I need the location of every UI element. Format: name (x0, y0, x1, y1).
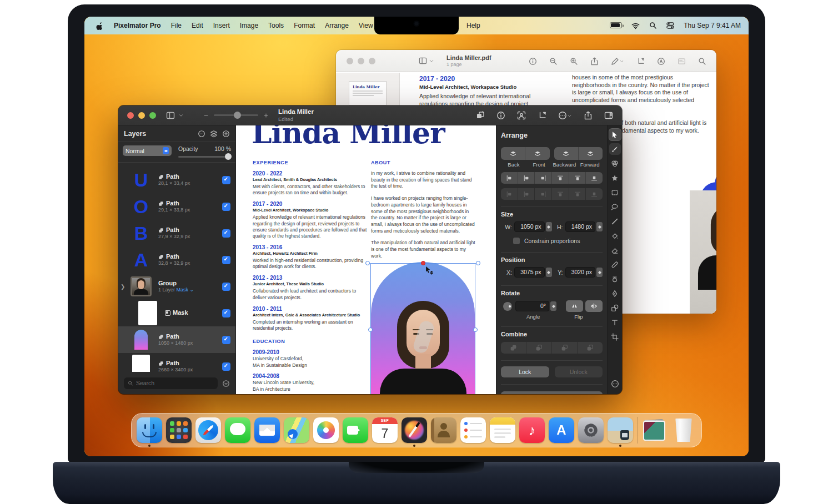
layer-row[interactable]: Path2660 × 3400 px (118, 353, 235, 372)
dock-safari[interactable] (195, 417, 221, 443)
align-bottom-button[interactable] (586, 172, 603, 184)
layer-visibility-checkbox[interactable] (222, 362, 230, 371)
shape-tool[interactable] (609, 302, 621, 314)
menu-file[interactable]: File (171, 22, 182, 29)
dock-calendar[interactable]: SEP7 (372, 417, 398, 443)
menu-format[interactable]: Format (294, 22, 315, 29)
selected-arch-shape[interactable] (371, 262, 475, 394)
zoom-button[interactable] (369, 58, 375, 64)
dock-photos[interactable] (313, 417, 339, 443)
type-tool[interactable] (609, 316, 621, 328)
info-icon[interactable] (496, 110, 505, 120)
free-select-tool[interactable] (609, 201, 621, 213)
dock-app-store[interactable] (549, 417, 574, 443)
dock-notes[interactable] (490, 417, 515, 443)
copy-style-icon[interactable] (476, 110, 485, 120)
layer-visibility-checkbox[interactable] (222, 229, 230, 238)
bring-front-button[interactable] (525, 147, 549, 160)
battery-icon[interactable] (610, 22, 622, 28)
x-stepper[interactable] (546, 268, 552, 277)
fill-tool[interactable] (609, 230, 621, 241)
zoom-out-icon[interactable] (549, 56, 558, 66)
highlight-icon[interactable] (657, 56, 665, 66)
menu-view[interactable]: View (359, 22, 373, 29)
flip-horizontal-button[interactable] (585, 300, 603, 312)
more-options-icon[interactable] (558, 110, 572, 120)
menu-tools[interactable]: Tools (268, 22, 284, 29)
erase-tool[interactable] (609, 244, 621, 256)
dock-system-settings[interactable] (578, 417, 604, 443)
ml-enhance-icon[interactable] (517, 110, 526, 120)
zoom-slider-track[interactable] (214, 114, 258, 116)
search-filter-icon[interactable] (222, 378, 230, 388)
dock-stack[interactable] (641, 417, 667, 443)
pixelmator-titlebar[interactable]: Linda Miller Edited (118, 105, 622, 125)
style-tool[interactable] (609, 143, 621, 155)
selection-handle-mid-left[interactable] (368, 327, 373, 332)
layer-row-selected[interactable]: Path1050 × 1480 px (118, 326, 235, 353)
add-layer-icon[interactable] (222, 129, 230, 139)
dock-messages[interactable] (225, 417, 250, 443)
crop-tool[interactable] (609, 331, 621, 342)
minimize-button[interactable] (138, 112, 145, 119)
dock-reminders[interactable] (460, 417, 486, 443)
markup-icon[interactable] (611, 56, 624, 66)
constrain-proportions-checkbox[interactable] (513, 238, 520, 244)
layers-search-field[interactable] (124, 377, 218, 389)
layer-row[interactable]: B Path27,9 × 32,9 px (118, 220, 235, 246)
align-middle-v-button[interactable] (569, 172, 586, 184)
dock-mail[interactable] (254, 417, 280, 443)
align-right-button[interactable] (535, 172, 552, 184)
zoom-minus-icon[interactable] (203, 110, 209, 120)
more-tools-button[interactable] (609, 378, 621, 390)
dock-trash[interactable] (671, 417, 696, 443)
crop-rotate-icon[interactable] (538, 110, 546, 120)
bring-forward-button[interactable] (579, 147, 603, 160)
opacity-slider-knob[interactable] (225, 153, 232, 160)
rect-select-tool[interactable] (609, 187, 621, 198)
zoom-plus-icon[interactable] (263, 110, 269, 120)
search-icon[interactable] (698, 56, 706, 66)
spotlight-icon[interactable] (649, 22, 657, 30)
menu-arrange[interactable]: Arrange (325, 22, 349, 29)
opacity-slider[interactable] (178, 156, 231, 158)
pen-tool[interactable] (609, 288, 621, 299)
dock-maps[interactable] (284, 417, 309, 443)
sidebar-toggle-button[interactable] (419, 57, 434, 65)
layer-visibility-checkbox[interactable] (222, 336, 230, 344)
layer-visibility-checkbox[interactable] (222, 203, 230, 211)
document-canvas[interactable]: Linda Miller EXPERIENCE 2020 - 2022 Lead… (236, 125, 496, 394)
window-controls[interactable] (118, 112, 156, 119)
align-center-h-button[interactable] (518, 172, 535, 184)
dock-pixelmator-pro[interactable] (402, 417, 427, 443)
layer-row-mask[interactable]: Mask (118, 300, 235, 326)
layer-row[interactable]: O Path29,1 × 33,8 px (118, 193, 235, 220)
layer-options-icon[interactable] (198, 129, 205, 139)
layer-row[interactable]: U Path28,1 × 33,4 px (118, 167, 235, 193)
menu-image[interactable]: Image (240, 22, 258, 29)
dock-contacts[interactable] (431, 417, 456, 443)
x-field[interactable]: 3075 px (514, 267, 545, 278)
control-center-icon[interactable] (666, 22, 674, 30)
close-button[interactable] (347, 58, 353, 64)
menu-help[interactable]: Help (466, 22, 480, 29)
y-field[interactable]: 3020 px (565, 267, 596, 278)
dock-preview[interactable] (608, 417, 633, 443)
search-input[interactable] (136, 380, 214, 386)
sidebar-toggle-button[interactable] (166, 111, 184, 120)
color-adjustments-tool[interactable] (609, 158, 621, 169)
height-stepper[interactable] (596, 222, 603, 231)
width-stepper[interactable] (546, 222, 552, 231)
rotation-dial[interactable] (503, 302, 512, 311)
dock-finder[interactable] (137, 417, 162, 443)
retouch-tool[interactable] (609, 259, 621, 270)
preview-window-controls[interactable] (336, 58, 375, 64)
preview-titlebar[interactable]: Linda Miller.pdf 1 page (336, 50, 716, 72)
send-back-button[interactable] (501, 147, 525, 160)
right-sidebar-icon[interactable] (604, 110, 613, 120)
mask-chevron-icon[interactable]: ⌄ (190, 287, 194, 293)
angle-field[interactable]: 0° (515, 301, 549, 311)
info-icon[interactable] (529, 56, 537, 66)
pixelmator-window[interactable]: Linda Miller Edited Layers (118, 105, 622, 394)
apple-menu-icon[interactable] (96, 21, 104, 29)
